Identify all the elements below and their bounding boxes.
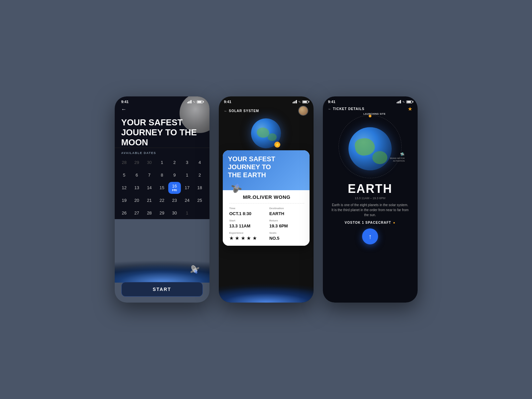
cal-day[interactable]: 3 <box>181 157 194 169</box>
time-label: Time <box>229 207 264 210</box>
ticket-rocket-icon <box>228 180 245 196</box>
back-label-2: ← SOLAR SYSTEM <box>224 109 259 113</box>
featured-badge: ⭐ <box>274 142 280 148</box>
hero-title: YOUR SAFEST JOURNEY TO THE MOON <box>121 118 203 148</box>
return-label: Return <box>269 219 304 222</box>
launch-button[interactable]: ↑ <box>362 228 378 244</box>
wifi-icon-2: ∿ <box>298 100 301 103</box>
experience-label: Experience <box>229 231 264 234</box>
cal-day[interactable]: 4 <box>194 157 206 169</box>
planet-date: 13.3 11AM – 19.3 6PM <box>323 197 418 200</box>
start-value: 13.3 11AM <box>229 223 251 228</box>
cal-day[interactable] <box>194 207 206 219</box>
planet-earth <box>348 127 392 171</box>
hero-section: YOUR SAFEST JOURNEY TO THE MOON <box>115 115 209 148</box>
cal-day[interactable]: 30 <box>143 157 156 169</box>
back-arrow-1: ← <box>121 106 127 112</box>
time-value: OCT.1 8:30 <box>229 211 251 216</box>
cal-day[interactable]: 1 <box>156 157 168 169</box>
start-label: Start <box>229 219 264 222</box>
cal-day[interactable]: 29 <box>156 207 168 219</box>
calendar-grid: 28 29 30 1 2 3 4 5 6 7 8 9 1 2 <box>115 157 209 219</box>
cal-day[interactable]: 1 <box>181 169 194 181</box>
ticket-seats: Seats NO.5 <box>269 231 304 241</box>
day-label: FRI <box>172 189 177 192</box>
status-icons-3: ∿ <box>397 100 412 103</box>
nav-back-2[interactable]: ← SOLAR SYSTEM <box>224 109 259 113</box>
launching-site-dot <box>369 115 371 117</box>
destination-label: Destination <box>269 207 304 210</box>
cal-day[interactable]: 30 <box>168 207 181 219</box>
back-button-1[interactable]: ← <box>115 104 209 115</box>
cal-day[interactable]: 20 <box>130 195 143 206</box>
calendar-week-5: 26 27 28 29 30 1 <box>118 207 206 219</box>
cal-day[interactable]: 21 <box>143 195 156 206</box>
ticket-info-grid: Time OCT.1 8:30 Destination EARTH Start … <box>229 207 304 241</box>
cal-day[interactable]: 1 <box>181 207 194 219</box>
cal-day[interactable]: 28 <box>118 157 131 169</box>
cal-day-active[interactable]: 16 FRI <box>168 182 181 194</box>
status-time-1: 9:41 <box>121 100 129 104</box>
start-button[interactable]: START <box>121 282 203 297</box>
calendar-week-4: 19 20 21 22 23 24 25 <box>118 195 206 206</box>
cal-day[interactable]: 19 <box>118 195 131 206</box>
stars-rating: ★ ★ ★ ★ ★ <box>229 236 257 241</box>
ticket-return: Return 19.3 6PM <box>269 219 304 229</box>
brake-motor-label: BRAKE MOTORACTIVATION <box>390 157 405 163</box>
calendar-week-2: 5 6 7 8 9 1 2 <box>118 169 206 181</box>
ticket-experience: Experience ★ ★ ★ ★ ★ <box>229 231 264 241</box>
cal-day[interactable]: 18 <box>194 182 206 194</box>
status-icons-2: ∿ <box>293 100 308 103</box>
battery-icon-1 <box>197 100 203 103</box>
ticket-time: Time OCT.1 8:30 <box>229 207 264 216</box>
cal-day[interactable]: 2 <box>168 157 181 169</box>
cal-day[interactable]: 9 <box>168 169 181 181</box>
cal-day[interactable]: 8 <box>156 169 168 181</box>
status-bar-1: 9:41 ∿ <box>115 96 209 104</box>
wifi-icon-1: ∿ <box>193 100 196 103</box>
status-bar-3: 9:41 ∿ <box>323 96 418 104</box>
cal-day[interactable]: 29 <box>130 157 143 169</box>
cal-day[interactable]: 26 <box>118 207 131 219</box>
cal-day[interactable]: 17 <box>181 182 194 194</box>
cal-day[interactable]: 2 <box>194 169 206 181</box>
cal-day[interactable]: 7 <box>143 169 156 181</box>
launching-site-label: LAUNCHING SITE <box>363 113 386 115</box>
launch-arrow-icon: ↑ <box>368 233 372 240</box>
status-bar-2: 9:41 ∿ <box>219 96 314 104</box>
cal-day[interactable]: 13 <box>130 182 143 194</box>
status-time-3: 9:41 <box>328 100 335 104</box>
phone-ticket-details: 9:41 ∿ ← TICKET DETAIL <box>323 96 418 303</box>
available-dates-label: AVAILABLE DATES <box>115 148 209 157</box>
signal-bars-3 <box>397 100 401 103</box>
nav-bar-3: ← TICKET DETAILS ★ <box>323 104 418 113</box>
cal-day[interactable]: 15 <box>156 182 168 194</box>
cal-day[interactable]: 25 <box>194 195 206 206</box>
planet-description: Earth is one of the eight planets in the… <box>323 202 418 217</box>
signal-bars-2 <box>293 100 297 103</box>
user-avatar[interactable] <box>298 106 308 116</box>
brake-motor-info: 🛸 BRAKE MOTORACTIVATION <box>390 152 405 163</box>
battery-icon-2 <box>302 100 308 103</box>
ticket-card: YOUR SAFEST JOURNEY TO THE EARTH <box>223 150 310 246</box>
nav-back-3[interactable]: ← TICKET DETAILS <box>328 107 365 111</box>
battery-icon-3 <box>406 100 412 103</box>
cal-day[interactable]: 5 <box>118 169 131 181</box>
cal-day[interactable]: 27 <box>130 207 143 219</box>
spacecraft-info: VOSTOK 1 SPACECRAFT ● <box>323 221 418 224</box>
cal-day[interactable]: 24 <box>181 195 194 206</box>
back-label-3: ← TICKET DETAILS <box>328 107 365 111</box>
seats-label: Seats <box>269 231 304 234</box>
cal-day[interactable]: 28 <box>143 207 156 219</box>
ticket-card-header: YOUR SAFEST JOURNEY TO THE EARTH <box>223 150 310 190</box>
phone-solar-system: 9:41 ∿ ← SOLAR SYSTEM <box>219 96 314 303</box>
earth-glow <box>219 279 314 303</box>
cal-day[interactable]: 22 <box>156 195 168 206</box>
favorite-star-icon[interactable]: ★ <box>408 106 412 112</box>
cal-day[interactable]: 12 <box>118 182 131 194</box>
status-time-2: 9:41 <box>224 100 231 104</box>
cal-day[interactable]: 6 <box>130 169 143 181</box>
cal-day[interactable]: 23 <box>168 195 181 206</box>
cal-day[interactable]: 14 <box>143 182 156 194</box>
ticket-divider <box>229 203 304 203</box>
